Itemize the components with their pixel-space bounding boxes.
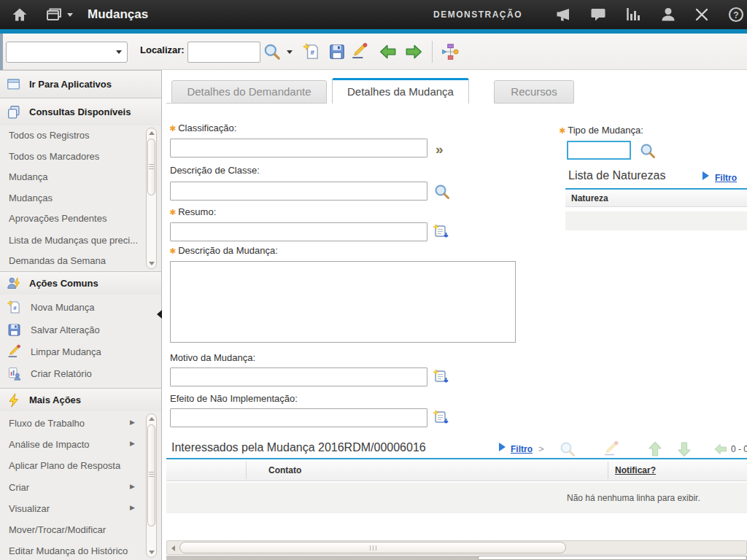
more-action-editar[interactable]: Editar Mudança do Histórico <box>9 545 128 556</box>
quick-profile-select[interactable] <box>6 42 128 63</box>
submenu-arrow-icon[interactable]: ▶ <box>130 440 135 447</box>
template-icon[interactable] <box>433 409 450 427</box>
sidebar-header-queries[interactable]: Consultas Disponíveis <box>0 98 161 125</box>
more-action-visualizar[interactable]: Visualizar <box>9 503 50 514</box>
sidebar-item-demandas[interactable]: Demandas da Semana <box>9 255 106 266</box>
sidebar-item-lista-mudancas[interactable]: Lista de Mudanças que preci... <box>9 235 138 246</box>
template-icon[interactable] <box>433 368 450 386</box>
required-icon: ✱ <box>169 124 176 133</box>
required-icon: ✱ <box>169 246 176 255</box>
close-icon[interactable] <box>693 6 711 23</box>
more-actions-scrollbar[interactable] <box>146 413 157 558</box>
motivo-label: Motivo da Mudança: <box>170 352 255 363</box>
naturezas-filter-link[interactable]: Filtro <box>715 173 737 183</box>
clear-icon[interactable] <box>350 42 369 61</box>
outer-scrollbar-thumb[interactable] <box>478 556 747 560</box>
sidebar-item-todos-marcadores[interactable]: Todos os Marcadores <box>9 151 99 162</box>
action-criar-relatorio[interactable]: Criar Relatório <box>31 368 92 379</box>
filter-arrow-icon[interactable] <box>703 171 709 180</box>
sidebar-collapse-icon[interactable] <box>157 310 162 319</box>
announcement-icon[interactable] <box>554 6 572 23</box>
sidebar-item-mudancas[interactable]: Mudanças <box>9 192 53 203</box>
scrollbar-thumb[interactable] <box>179 542 566 553</box>
descricao-mudanca-field[interactable] <box>170 261 516 343</box>
template-icon[interactable] <box>433 223 450 241</box>
column-natureza: Natureza <box>571 193 608 203</box>
move-up-icon-disabled[interactable] <box>646 440 664 458</box>
chat-icon[interactable] <box>589 6 607 23</box>
search-options-caret-icon[interactable] <box>287 50 293 54</box>
horizontal-scrollbar[interactable] <box>166 540 747 555</box>
sidebar-header-go[interactable]: Ir Para Aplicativos <box>0 70 161 98</box>
person-lightning-icon <box>6 276 22 292</box>
expand-classification-icon[interactable]: » <box>436 142 444 156</box>
new-record-icon[interactable] <box>302 42 321 61</box>
tab-detalhes-mudanca[interactable]: Detalhes da Mudança <box>332 78 469 104</box>
more-action-fluxo[interactable]: Fluxo de Trabalho <box>9 418 85 429</box>
workflow-icon[interactable] <box>441 42 460 61</box>
prev-page-icon-disabled[interactable] <box>713 442 728 456</box>
sidebar-item-aprovacoes[interactable]: Aprovações Pendentes <box>9 213 107 224</box>
toolbar: Localizar: <box>0 34 747 70</box>
forward-arrow-icon[interactable] <box>404 42 423 61</box>
interessados-header-row: Contato Notificar? <box>166 459 747 481</box>
queries-scrollbar[interactable] <box>146 128 157 269</box>
action-nova-mudanca[interactable]: Nova Mudança <box>31 302 94 313</box>
search-input[interactable] <box>187 42 260 63</box>
lightning-icon <box>6 392 22 408</box>
descricao-classe-field[interactable] <box>170 182 427 201</box>
filter-arrow-icon[interactable] <box>499 443 506 451</box>
stacked-windows-icon <box>6 104 22 120</box>
user-icon[interactable] <box>659 6 677 23</box>
efeito-field[interactable] <box>170 408 427 427</box>
submenu-arrow-icon[interactable]: ▶ <box>130 483 135 490</box>
new-record-icon <box>7 300 22 315</box>
localizar-label: Localizar: <box>140 44 185 55</box>
expand-chevron-icon[interactable]: > <box>538 443 544 454</box>
lookup-icon[interactable] <box>639 142 657 160</box>
column-notificar-sort[interactable]: Notificar? <box>615 465 656 475</box>
move-down-icon-disabled[interactable] <box>676 440 693 458</box>
naturezas-header-row: Natureza <box>565 190 747 207</box>
tab-recursos[interactable]: Recursos <box>494 80 574 104</box>
classificacao-field[interactable] <box>170 139 427 158</box>
help-icon[interactable] <box>727 6 745 23</box>
window-stack-icon[interactable] <box>45 6 63 23</box>
toolbar-separator <box>432 41 433 63</box>
sidebar-header-go-label: Ir Para Aplicativos <box>29 79 112 90</box>
more-action-aplicar[interactable]: Aplicar Plano de Resposta <box>9 460 120 471</box>
window-edge <box>0 34 3 70</box>
submenu-arrow-icon[interactable]: ▶ <box>130 504 135 511</box>
sidebar-header-more-actions[interactable]: Mais Ações <box>0 388 161 411</box>
lookup-icon[interactable] <box>433 183 451 201</box>
motivo-field[interactable] <box>170 368 427 386</box>
action-limpar-mudanca[interactable]: Limpar Mudança <box>31 346 101 357</box>
more-action-analise[interactable]: Análise de Impacto <box>9 439 90 450</box>
back-arrow-icon[interactable] <box>379 42 398 61</box>
edit-icon-disabled[interactable] <box>603 440 620 458</box>
save-icon[interactable] <box>328 42 347 61</box>
column-divider <box>246 462 247 479</box>
home-icon[interactable] <box>11 6 28 23</box>
more-action-mover[interactable]: Mover/Trocar/Modificar <box>9 524 106 535</box>
tipo-mudanca-field[interactable] <box>567 141 631 160</box>
sidebar-item-mudanca[interactable]: Mudança <box>9 171 47 182</box>
window-menu-caret-icon[interactable] <box>67 13 73 17</box>
search-icon-disabled[interactable] <box>559 440 576 458</box>
more-action-criar[interactable]: Criar <box>9 482 29 493</box>
outer-scrollbar-track <box>166 556 747 560</box>
tab-detalhes-demandante[interactable]: Detalhes do Demandante <box>171 80 327 104</box>
sidebar-header-more-label: Mais Ações <box>29 394 81 405</box>
sidebar-item-todos-registros[interactable]: Todos os Registros <box>9 130 90 141</box>
combo-caret-icon[interactable] <box>116 50 122 54</box>
action-salvar-alteracao[interactable]: Salvar Alteração <box>31 324 100 335</box>
resumo-field[interactable] <box>170 222 427 241</box>
search-icon[interactable] <box>263 42 282 61</box>
sidebar-header-common-actions[interactable]: Ações Comuns <box>0 271 161 295</box>
scroll-left-button[interactable] <box>169 542 178 553</box>
window-icon <box>6 77 22 93</box>
submenu-arrow-icon[interactable]: ▶ <box>130 419 135 426</box>
interessados-filter-link[interactable]: Filtro <box>511 444 533 454</box>
reports-chart-icon[interactable] <box>624 6 642 23</box>
required-icon: ✱ <box>169 208 176 217</box>
